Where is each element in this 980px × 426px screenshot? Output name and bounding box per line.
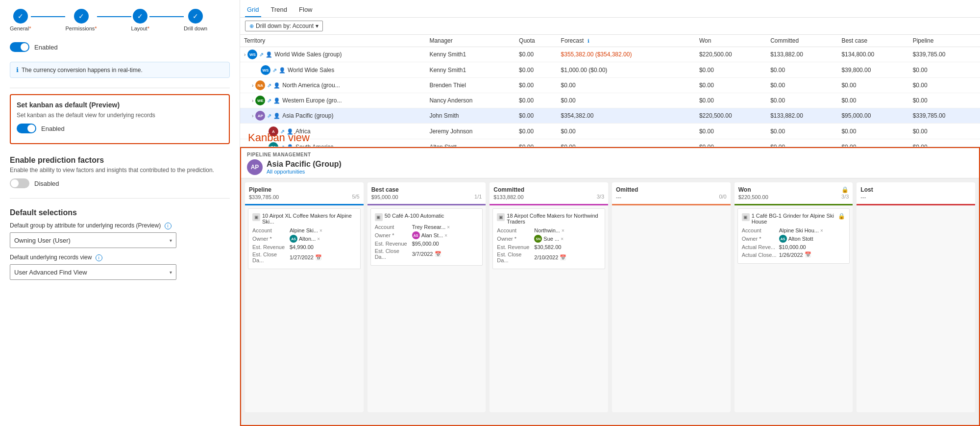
kanban-col-won: Won 🔒 $220,500.00 3/3 ▣ 1 Café BG-1 Grin… — [735, 182, 853, 412]
kanban-col-count-pipeline: 5/5 — [352, 194, 359, 200]
kanban-card[interactable]: ▣ 50 Café A-100 Automatic Account Trey R… — [370, 208, 483, 266]
card-row-owner: Owner * SN Sue ... × — [497, 235, 601, 243]
tab-trend[interactable]: Trend — [269, 3, 289, 17]
table-row[interactable]: A ⇗ 👤 Africa Jeremy Johnson $0.00 $0.00 … — [240, 124, 980, 139]
col-committed: Committed — [766, 35, 837, 47]
kanban-default-toggle[interactable] — [17, 124, 36, 133]
kanban-default-title: Set kanban as default (Preview) — [17, 101, 223, 109]
group-by-info-icon[interactable]: i — [165, 223, 172, 229]
person-icon[interactable]: 👤 — [273, 82, 280, 89]
enabled-toggle-row: Enabled — [10, 42, 230, 52]
link-icon[interactable]: ⇗ — [267, 82, 271, 89]
kanban-header: PIPELINE MANAGEMENT AP Asia Pacific (Gro… — [241, 148, 979, 178]
cell-forecast: $0.00 — [557, 139, 695, 148]
tab-grid[interactable]: Grid — [245, 3, 261, 17]
card-row-est-revenue: Est. Revenue $4,990.00 — [252, 244, 356, 250]
kanban-col-count-won: 3/3 — [841, 194, 849, 200]
wizard-step-permissions[interactable]: ✓ Permissions — [65, 9, 97, 31]
table-row[interactable]: › NA ⇗ 👤 North America (grou... Brenden … — [240, 78, 980, 93]
expand-icon[interactable]: › — [252, 98, 253, 103]
card-row-est-close: Est. Close Da... 3/7/2022 📅 — [375, 248, 479, 260]
cell-forecast: $1,000.00 ($0.00) — [557, 62, 695, 78]
kanban-col-amount-lost: --- — [860, 194, 866, 200]
wizard-steps: ✓ General ✓ Permissions ✓ Layout ✓ Drill… — [0, 0, 240, 36]
tab-flow[interactable]: Flow — [297, 3, 314, 17]
kanban-default-toggle-row: Enabled — [17, 124, 223, 133]
person-icon[interactable]: 👤 — [273, 98, 280, 104]
drill-chevron-icon: ▾ — [316, 23, 318, 29]
link-icon[interactable]: ⇗ — [280, 128, 285, 135]
person-icon[interactable]: 👤 — [266, 51, 272, 58]
underlying-view-info-icon[interactable]: i — [96, 254, 102, 261]
cell-forecast: $0.00 — [557, 93, 695, 108]
link-icon[interactable]: ⇗ — [272, 67, 277, 74]
wizard-step-general[interactable]: ✓ General — [10, 9, 31, 31]
kanban-cards-bestcase: ▣ 50 Café A-100 Automatic Account Trey R… — [368, 205, 486, 412]
drill-down-button[interactable]: ⊕ Drill down by: Account ▾ — [245, 21, 323, 31]
kanban-col-title-won: Won — [738, 186, 751, 193]
kanban-col-amount-committed: $133,882.00 — [493, 194, 523, 200]
forecast-info-icon[interactable]: ℹ — [588, 38, 589, 44]
card-record-icon: ▣ — [252, 213, 260, 221]
wizard-step-drilldown[interactable]: ✓ Drill down — [184, 9, 207, 31]
cell-bestcase: $0.00 — [837, 78, 908, 93]
card-row-owner: Owner * AS Alton Stott — [742, 235, 846, 243]
card-row-est-close: Est. Close Da... 2/10/2022 📅 — [497, 251, 601, 263]
kanban-card[interactable]: ▣ 18 Airpot Coffee Makers for Northwind … — [492, 208, 605, 269]
link-icon[interactable]: ⇗ — [267, 113, 271, 119]
wizard-step-layout[interactable]: ✓ Layout — [131, 9, 149, 31]
filter-icon: ⊕ — [249, 23, 254, 29]
row-avatar: WS — [247, 50, 257, 59]
person-icon[interactable]: 👤 — [287, 128, 294, 135]
expand-icon[interactable]: › — [244, 52, 245, 57]
wizard-step-label-permissions: Permissions — [65, 25, 97, 31]
expand-icon[interactable]: › — [252, 83, 253, 88]
kanban-col-count-bestcase: 1/1 — [474, 194, 482, 200]
territory-name: North America (grou... — [282, 82, 340, 89]
table-row[interactable]: › WE ⇗ 👤 Western Europe (gro... Nancy An… — [240, 93, 980, 108]
person-icon[interactable]: 👤 — [279, 67, 286, 74]
cell-quota: $0.00 — [515, 78, 557, 93]
person-icon[interactable]: 👤 — [273, 113, 280, 119]
cell-forecast: $354,382.00 — [557, 108, 695, 124]
cell-committed: $0.00 — [766, 62, 837, 78]
kanban-col-committed: Committed $133,882.00 3/3 ▣ 18 Airpot Co… — [490, 182, 608, 412]
underlying-view-label: Default underlying records view i — [10, 254, 230, 261]
cell-manager: Kenny Smith1 — [425, 62, 515, 78]
grid-table-container[interactable]: Territory Manager Quota Forecast ℹ Won C… — [240, 35, 980, 147]
kanban-card[interactable]: ▣ 1 Café BG-1 Grinder for Alpine Ski Hou… — [737, 208, 850, 264]
kanban-card[interactable]: ▣ 10 Airpot XL Coffee Makers for Alpine … — [248, 208, 361, 269]
prediction-title: Enable prediction factors — [10, 156, 230, 165]
cell-committed: $0.00 — [766, 139, 837, 148]
kanban-card-title: ▣ 18 Airpot Coffee Makers for Northwind … — [497, 213, 601, 225]
cell-manager: Alton Stott — [425, 139, 515, 148]
link-icon[interactable]: ⇗ — [267, 98, 271, 104]
kanban-cards-committed: ▣ 18 Airpot Coffee Makers for Northwind … — [490, 205, 608, 412]
cell-territory: A ⇗ 👤 Africa — [240, 124, 425, 139]
prediction-toggle[interactable] — [10, 178, 29, 188]
group-by-label: Default group by attribute for underlyin… — [10, 222, 230, 229]
kanban-col-amount-bestcase: $95,000.00 — [371, 194, 398, 200]
wizard-step-circle-layout: ✓ — [133, 9, 147, 24]
tab-bar: Grid Trend Flow — [240, 0, 980, 18]
kanban-cards-pipeline: ▣ 10 Airpot XL Coffee Makers for Alpine … — [245, 205, 364, 412]
currency-note-text: The currency conversion happens in real-… — [22, 67, 143, 74]
card-row-account: Account Alpine Ski Hou... × — [742, 227, 846, 233]
right-panel: Kanban view Grid Trend Flow ⊕ Drill down… — [240, 0, 980, 426]
table-row[interactable]: › AP ⇗ 👤 Asia Pacific (group) John Smith… — [240, 108, 980, 124]
enabled-toggle[interactable] — [10, 42, 29, 52]
table-row[interactable]: SA ⇗ 👤 South America Alton Stott $0.00 $… — [240, 139, 980, 148]
table-row[interactable]: › WS ⇗ 👤 World Wide Sales (group) Kenny … — [240, 47, 980, 62]
wizard-connector-2 — [97, 16, 131, 17]
underlying-view-dropdown[interactable]: User Advanced Find View ▾ — [10, 264, 176, 280]
row-avatar: A — [269, 126, 278, 136]
kanban-col-header-committed: Committed $133,882.00 3/3 — [490, 182, 608, 205]
link-icon[interactable]: ⇗ — [259, 51, 264, 58]
cell-committed: $133,882.00 — [766, 108, 837, 124]
card-row-account: Account Trey Resear... × — [375, 224, 479, 230]
cell-territory: SA ⇗ 👤 South America — [240, 139, 425, 148]
kanban-group-title: Asia Pacific (Group) — [267, 160, 342, 169]
expand-icon[interactable]: › — [252, 113, 253, 119]
group-by-dropdown[interactable]: Owning User (User) ▾ — [10, 232, 176, 248]
table-row[interactable]: WS ⇗ 👤 World Wide Sales Kenny Smith1 $0.… — [240, 62, 980, 78]
